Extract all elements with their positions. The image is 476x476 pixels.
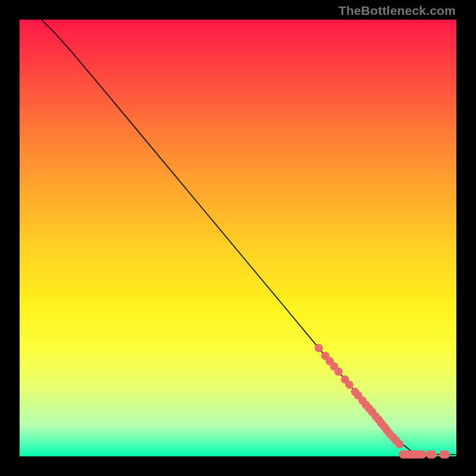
main-curve-line — [42, 20, 456, 455]
plot-overlay — [20, 20, 456, 456]
data-marker — [441, 450, 450, 459]
data-marker — [428, 450, 437, 459]
bottom-markers-group — [399, 450, 450, 459]
chart-container: TheBottleneck.com — [0, 0, 476, 476]
data-marker — [396, 440, 404, 448]
attribution-watermark: TheBottleneck.com — [339, 4, 456, 18]
data-marker — [345, 381, 353, 389]
curve-markers-group — [315, 344, 404, 448]
data-marker — [315, 344, 323, 352]
data-marker — [418, 450, 427, 459]
data-marker — [334, 368, 343, 376]
